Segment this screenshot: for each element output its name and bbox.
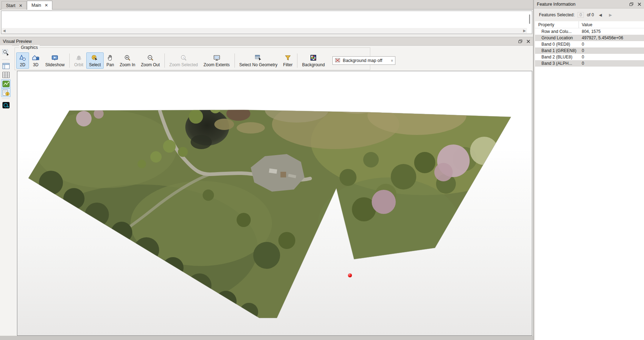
orbit-icon [75, 54, 82, 62]
features-selected-row: Features Selected: 0 of 0 ◀ ▶ [539, 12, 641, 18]
sidebar-item-graphics-view[interactable] [1, 79, 11, 88]
close-icon[interactable]: ✕ [18, 3, 23, 8]
next-feature-icon[interactable]: ▶ [607, 13, 614, 17]
tab-start-label: Start [6, 3, 15, 8]
selected-point-marker [348, 273, 352, 277]
button-filter[interactable]: Filter [280, 52, 296, 69]
float-panel-icon[interactable] [630, 2, 633, 6]
filter-funnel-icon [285, 54, 291, 62]
float-panel-icon[interactable] [518, 40, 522, 43]
top-content-area[interactable]: ◀ ▶ [1, 11, 532, 34]
sidebar-item-panel-view[interactable] [1, 62, 11, 70]
button-select-no-geometry[interactable]: Select No Geometry [237, 52, 280, 69]
panel-bottom-strip [0, 336, 533, 340]
feature-information-titlebar: Feature Information [534, 0, 644, 8]
background-grid-icon [310, 54, 317, 62]
preview-canvas[interactable] [17, 71, 532, 336]
divider [297, 53, 297, 68]
point-cloud-view-icon [2, 102, 10, 108]
select-feature-icon: i [91, 54, 99, 62]
button-slideshow[interactable]: Slideshow [42, 52, 68, 69]
zoom-out-icon [147, 54, 153, 62]
scroll-right-icon[interactable]: ▶ [523, 29, 526, 33]
feature-info-icon: i [2, 90, 10, 96]
sidebar-item-feature-info[interactable]: i [1, 88, 11, 97]
slideshow-icon [51, 54, 58, 62]
map-off-icon [335, 58, 341, 64]
button-zoom-in[interactable]: Zoom In [117, 52, 138, 69]
column-header-property[interactable]: Property [535, 21, 579, 28]
table-row[interactable]: Band 2 (BLUE8) 0 [535, 54, 644, 60]
divider [164, 53, 165, 68]
scroll-left-icon[interactable]: ◀ [3, 29, 6, 33]
inspect-zoom-icon [2, 49, 10, 56]
table-row[interactable]: Ground Location 497927, 5.45456e+06 [535, 35, 644, 41]
button-zoom-extents[interactable]: Zoom Extents [201, 52, 233, 69]
column-header-value[interactable]: Value [579, 22, 592, 27]
zoom-extents-icon [213, 54, 220, 62]
button-zoom-out[interactable]: Zoom Out [138, 52, 162, 69]
background-map-select[interactable]: Background map off ˅ [332, 56, 395, 65]
button-background[interactable]: Background [299, 52, 327, 69]
divider [2, 60, 10, 60]
tab-main[interactable]: Main ✕ [27, 1, 52, 10]
zoom-in-icon [124, 54, 130, 62]
button-select[interactable]: i Select [86, 52, 104, 69]
zoom-selected-icon: i [180, 54, 187, 62]
close-icon[interactable]: ✕ [44, 3, 48, 8]
2d-view-icon [19, 54, 26, 62]
feature-information-panel: Feature Information Features Selected: 0… [534, 0, 644, 340]
property-table-header: Property Value [535, 21, 644, 28]
table-grid-icon [2, 72, 10, 78]
document-tab-bar: Start ✕ Main ✕ [0, 0, 533, 10]
svg-text:i: i [7, 92, 7, 96]
features-selected-label: Features Selected: [539, 12, 575, 17]
divider [69, 53, 70, 68]
close-icon[interactable] [527, 40, 530, 43]
tab-start[interactable]: Start ✕ [1, 1, 27, 10]
chevron-down-icon: ˅ [391, 59, 393, 63]
divider [2, 98, 10, 99]
view-mode-toolstrip: i [0, 45, 12, 340]
select-no-geometry-icon [255, 54, 262, 62]
3d-view-icon [32, 54, 40, 62]
graphics-group-label: Graphics [19, 45, 40, 50]
tab-main-label: Main [31, 3, 41, 8]
ortho-image [17, 71, 532, 336]
button-zoom-selected[interactable]: i Zoom Selected [167, 52, 201, 69]
previous-feature-icon[interactable]: ◀ [597, 13, 604, 17]
horizontal-scrollbar[interactable]: ◀ ▶ [2, 28, 527, 33]
table-row[interactable]: Band 1 (GREEN8) 0 [535, 47, 644, 54]
panel-title: Feature Information [537, 2, 630, 7]
vertical-scrollbar-thumb[interactable] [529, 15, 530, 24]
table-row[interactable]: Row and Colu... 804, 1575 [535, 28, 644, 35]
visual-preview-titlebar: Visual Preview [0, 37, 533, 46]
divider [234, 53, 235, 68]
graphics-view-icon [2, 81, 10, 87]
panel-layout-icon [2, 63, 10, 69]
pan-hand-icon [107, 54, 114, 62]
selected-total-label: of 0 [587, 12, 594, 17]
graphics-toolbar: 2D 3D Slideshow Orbit i Select Pan [16, 52, 395, 69]
button-orbit[interactable]: Orbit [71, 52, 86, 69]
property-table: Property Value Row and Colu... 804, 1575… [535, 21, 644, 340]
background-map-select-value: Background map off [343, 58, 389, 63]
sidebar-item-point-cloud-view[interactable] [1, 101, 11, 109]
button-pan[interactable]: Pan [104, 52, 117, 69]
sidebar-item-inspect[interactable] [1, 48, 11, 57]
table-row[interactable]: Band 0 (RED8) 0 [535, 41, 644, 47]
button-2d[interactable]: 2D [16, 52, 29, 69]
close-icon[interactable] [638, 2, 641, 6]
sidebar-item-grid-view[interactable] [1, 70, 11, 79]
button-3d[interactable]: 3D [29, 52, 42, 69]
table-row[interactable]: Band 3 (ALPH... 0 [535, 60, 644, 67]
panel-title: Visual Preview [3, 39, 518, 44]
selected-count-value: 0 [578, 12, 584, 18]
